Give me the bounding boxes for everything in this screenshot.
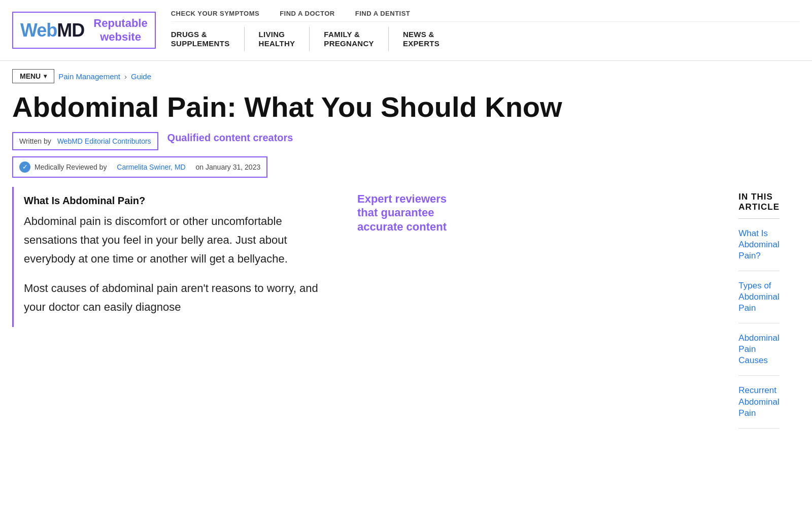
nav-living-healthy[interactable]: LIVINGHEALTHY	[259, 27, 310, 51]
toc-item-4[interactable]: Recurrent Abdominal Pain	[738, 376, 780, 428]
toc-item-1[interactable]: What Is Abdominal Pain?	[738, 219, 780, 271]
article-paragraph-2: Most causes of abdominal pain aren't rea…	[14, 279, 347, 327]
article-left-content: What Is Abdominal Pain? Abdominal pain i…	[12, 187, 347, 327]
article-paragraph-1: Abdominal pain is discomfort or other un…	[14, 212, 347, 279]
find-doctor-link[interactable]: FIND A DOCTOR	[280, 10, 335, 17]
toc-link-2[interactable]: Types of Abdominal Pain	[738, 281, 779, 313]
nav-links-area: CHECK YOUR SYMPTOMS FIND A DOCTOR FIND A…	[171, 10, 800, 51]
reviewed-row: ✓ Medically Reviewed by Carmelita Swiner…	[12, 156, 780, 178]
toc-title: IN THIS ARTICLE	[738, 192, 780, 219]
logo-container: WebMD Reputablewebsite	[12, 12, 156, 49]
breadcrumb: MENU ▾ Pain Management › Guide	[0, 61, 812, 87]
author-link[interactable]: WebMD Editorial Contributors	[57, 137, 151, 145]
menu-label: MENU	[20, 72, 41, 80]
find-dentist-link[interactable]: FIND A DENTIST	[355, 10, 411, 17]
logo-md-text: MD	[57, 20, 84, 41]
author-line: Written by WebMD Editorial Contributors	[12, 132, 158, 150]
toc-link-4[interactable]: Recurrent Abdominal Pain	[738, 385, 779, 417]
nav-family-pregnancy[interactable]: FAMILY &PREGNANCY	[324, 27, 389, 51]
reputable-badge: Reputablewebsite	[93, 17, 147, 44]
nav-drugs-supplements[interactable]: DRUGS &SUPPLEMENTS	[171, 27, 245, 51]
article-body: What Is Abdominal Pain? Abdominal pain i…	[12, 187, 780, 429]
left-column-wrapper: What Is Abdominal Pain? Abdominal pain i…	[12, 187, 718, 429]
expert-annotation-wrapper: Expert reviewersthat guaranteeaccurate c…	[347, 187, 447, 234]
top-navigation: WebMD Reputablewebsite CHECK YOUR SYMPTO…	[0, 0, 812, 61]
breadcrumb-pain-management[interactable]: Pain Management	[58, 72, 120, 81]
reviewed-line: ✓ Medically Reviewed by Carmelita Swiner…	[12, 156, 267, 178]
check-symptoms-link[interactable]: CHECK YOUR SYMPTOMS	[171, 10, 259, 17]
breadcrumb-separator: ›	[124, 72, 127, 81]
table-of-contents: IN THIS ARTICLE What Is Abdominal Pain? …	[738, 187, 780, 429]
expert-annotation: Expert reviewersthat guaranteeaccurate c…	[357, 192, 447, 234]
toc-link-3[interactable]: Abdominal Pain Causes	[738, 333, 779, 365]
nav-news-experts[interactable]: NEWS &EXPERTS	[403, 27, 454, 51]
author-row: Written by WebMD Editorial Contributors …	[12, 132, 780, 153]
toc-link-1[interactable]: What Is Abdominal Pain?	[738, 229, 779, 260]
reviewed-label: Medically Reviewed by	[35, 163, 107, 171]
author-section: Written by WebMD Editorial Contributors …	[12, 132, 780, 178]
main-nav-bar: DRUGS &SUPPLEMENTS LIVINGHEALTHY FAMILY …	[171, 21, 800, 51]
article-title: Abdominal Pain: What You Should Know	[12, 91, 780, 123]
reviewer-link[interactable]: Carmelita Swiner, MD	[117, 163, 185, 171]
toc-item-2[interactable]: Types of Abdominal Pain	[738, 271, 780, 323]
review-date: on January 31, 2023	[196, 163, 261, 171]
author-block: Written by WebMD Editorial Contributors	[12, 132, 158, 153]
qualified-annotation: Qualified content creators	[167, 132, 293, 144]
webmd-logo[interactable]: WebMD	[20, 20, 84, 41]
chevron-down-icon: ▾	[44, 73, 47, 80]
menu-button[interactable]: MENU ▾	[12, 69, 54, 83]
written-by-label: Written by	[19, 137, 51, 145]
check-verified-icon: ✓	[19, 161, 30, 173]
logo-web-text: Web	[20, 20, 57, 41]
section-heading-what-is: What Is Abdominal Pain?	[14, 187, 347, 212]
top-links-upper: CHECK YOUR SYMPTOMS FIND A DOCTOR FIND A…	[171, 10, 800, 21]
main-content: Abdominal Pain: What You Should Know Wri…	[0, 91, 792, 429]
toc-item-3[interactable]: Abdominal Pain Causes	[738, 323, 780, 376]
breadcrumb-guide[interactable]: Guide	[131, 72, 151, 81]
